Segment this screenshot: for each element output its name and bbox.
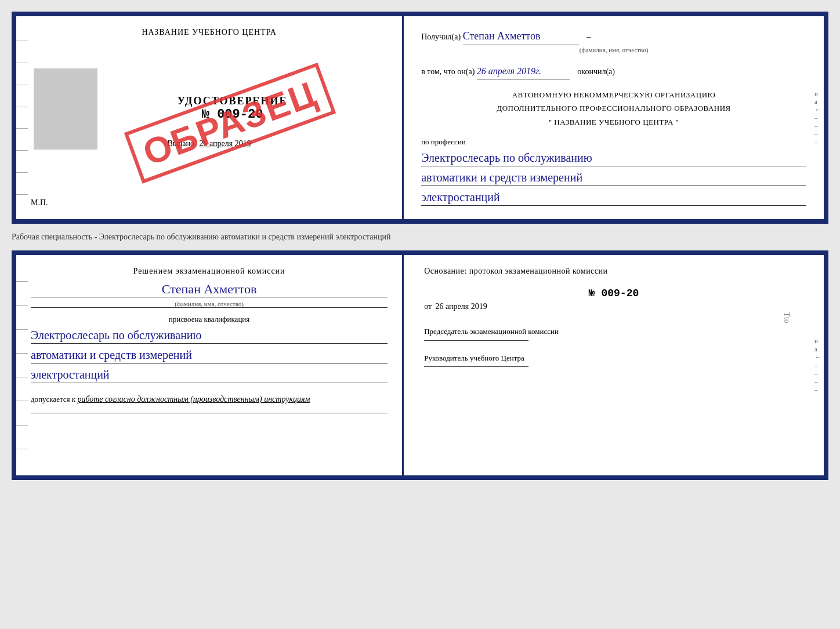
qualification-line1: Электрослесарь по обслуживанию <box>31 327 388 344</box>
qualification-label: присвоена квалификация <box>31 315 388 324</box>
top-doc-right: Получил(а) Степан Ахметтов – (фамилия, и… <box>404 16 824 219</box>
chairman-title: Председатель экзаменационной комиссии <box>424 326 803 337</box>
bottom-document: Решением экзаменационной комиссии Степан… <box>12 250 828 480</box>
chairman-sign-line <box>424 340 528 341</box>
org-block: АВТОНОМНУЮ НЕКОММЕРЧЕСКУЮ ОРГАНИЗАЦИЮ ДО… <box>421 88 806 129</box>
tto-text: Tto <box>781 312 791 323</box>
profession-line1: Электрослесарь по обслуживанию <box>421 150 806 166</box>
qualification-line3: электростанций <box>31 366 388 383</box>
cert-number: № 009-20 <box>202 107 263 122</box>
profession-line2: автоматики и средств измерений <box>421 169 806 186</box>
cert-title: УДОСТОВЕРЕНИЕ <box>178 95 288 107</box>
bottom-doc-right: Основание: протокол экзаменационной коми… <box>404 255 824 475</box>
leader-sign-line <box>424 366 528 367</box>
osnov-title: Основание: протокол экзаменационной коми… <box>424 267 803 276</box>
protocol-number: № 009-20 <box>424 288 803 299</box>
bottom-right-edge-chars: и а ← – – – – <box>814 255 821 475</box>
commission-title: Решением экзаменационной комиссии <box>31 267 388 276</box>
photo-placeholder <box>34 68 97 150</box>
between-label: Рабочая специальность - Электрослесарь п… <box>12 230 828 245</box>
leader-title: Руководитель учебного Центра <box>424 352 803 364</box>
bottom-signature-line <box>31 413 388 413</box>
issued-date: Выдано 26 апреля 2019 <box>167 139 251 148</box>
date-row: в том, что он(а) 26 апреля 2019г. окончи… <box>421 64 806 79</box>
top-left-title: НАЗВАНИЕ УЧЕБНОГО ЦЕНТРА <box>142 28 276 37</box>
mp-label: М.П. <box>31 198 48 208</box>
top-document: НАЗВАНИЕ УЧЕБНОГО ЦЕНТРА УДОСТОВЕРЕНИЕ №… <box>12 12 828 224</box>
profession-label: по профессии <box>421 137 806 147</box>
right-edge-chars: и а ← – – – – <box>814 16 821 219</box>
bottom-name: Степан Ахметтов <box>31 282 388 297</box>
qualification-line2: автоматики и средств измерений <box>31 347 388 363</box>
received-name: Степан Ахметтов <box>463 28 579 45</box>
received-row: Получил(а) Степан Ахметтов – (фамилия, и… <box>421 28 806 55</box>
protocol-date: от 26 апреля 2019 <box>424 302 803 311</box>
допуск-row: допускается к работе согласно должностны… <box>31 395 388 404</box>
bottom-doc-left: Решением экзаменационной комиссии Степан… <box>16 255 404 475</box>
profession-line3: электростанций <box>421 189 806 206</box>
top-doc-left: НАЗВАНИЕ УЧЕБНОГО ЦЕНТРА УДОСТОВЕРЕНИЕ №… <box>16 16 404 219</box>
